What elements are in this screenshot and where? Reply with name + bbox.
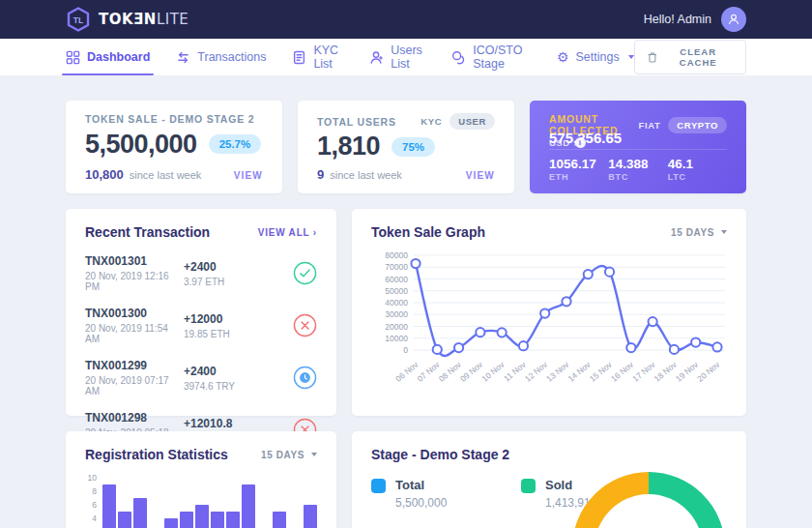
nav-tab-transactions[interactable]: Transactions [176, 39, 266, 75]
bar [180, 512, 193, 528]
svg-text:20 Nov: 20 Nov [695, 359, 722, 383]
transaction-row[interactable]: TNX001301 20 Nov, 2019 12:16 PM +2400 3.… [85, 254, 317, 292]
bar [118, 512, 131, 528]
recent-transactions-panel: Recent Transaction VIEW ALL › TNX001301 … [66, 209, 336, 416]
bar [133, 498, 147, 528]
svg-text:12 Nov: 12 Nov [523, 359, 550, 383]
range-label: 15 DAYS [671, 227, 714, 238]
txn-id: TNX001298 [85, 411, 184, 425]
svg-text:11 Nov: 11 Nov [502, 359, 528, 383]
percent-badge: 75% [392, 137, 435, 157]
svg-text:15 Nov: 15 Nov [588, 359, 615, 383]
nav-tab-ico-sto-stage[interactable]: ICO/STO Stage [451, 39, 531, 75]
txn-converted: 3974.6 TRY [184, 381, 284, 392]
nav-label: Transactions [197, 50, 266, 64]
total-users-value: 1,810 [317, 132, 380, 161]
nav-label: Dashboard [87, 50, 150, 64]
txn-amount: +12000 [184, 312, 284, 326]
svg-text:17 Nov: 17 Nov [630, 359, 657, 383]
gear-icon: ⚙ [557, 50, 569, 64]
svg-text:TL: TL [73, 15, 83, 25]
svg-text:40000: 40000 [385, 298, 408, 308]
bar [273, 512, 286, 528]
panel-title: Stage - Demo Stage 2 [371, 447, 509, 462]
total-users-card: TOTAL USERS KYC USER 1,810 75% 9 since l… [298, 101, 514, 193]
token-sale-card: TOKEN SALE - DEMO STAGE 2 5,500,000 25.7… [66, 101, 282, 193]
svg-text:0: 0 [403, 345, 408, 355]
bar [226, 512, 240, 528]
token-sale-line-chart: 0100002000030000400005000060000700008000… [371, 248, 727, 395]
svg-text:07 Nov: 07 Nov [416, 359, 443, 383]
txn-amount: +12010.8 [184, 417, 284, 430]
document-list-icon [292, 50, 306, 65]
svg-text:19 Nov: 19 Nov [674, 359, 701, 383]
svg-text:10000: 10000 [385, 334, 408, 343]
user-avatar[interactable] [721, 7, 746, 32]
view-link[interactable]: VIEW [466, 170, 495, 181]
card-label: TOKEN SALE - DEMO STAGE 2 [85, 113, 254, 125]
kyc-toggle[interactable]: KYC [420, 116, 442, 127]
txn-id: TNX001300 [85, 307, 184, 320]
txn-date: 20 Nov, 2019 12:16 PM [85, 271, 184, 292]
bar [211, 512, 224, 528]
coins-icon [451, 50, 466, 65]
svg-text:13 Nov: 13 Nov [544, 359, 571, 383]
nav-tab-dashboard[interactable]: Dashboard [66, 39, 150, 75]
chevron-down-icon [721, 230, 727, 234]
fiat-toggle[interactable]: FIAT [639, 120, 661, 131]
txn-amount: +2400 [184, 365, 284, 378]
txn-id: TNX001299 [85, 359, 184, 372]
app-logo[interactable]: TL TOKƎNLITE [66, 7, 188, 32]
txn-id: TNX001301 [85, 254, 184, 268]
view-all-link[interactable]: VIEW ALL › [258, 227, 317, 238]
svg-text:08 Nov: 08 Nov [437, 359, 464, 383]
transaction-row[interactable]: TNX001300 20 Nov, 2019 11:54 AM +12000 1… [85, 307, 317, 344]
clear-cache-label: CLEAR CACHE [663, 46, 733, 68]
delta-value: 9 [317, 167, 324, 182]
range-label: 15 DAYS [261, 450, 304, 460]
nav-tab-kyc-list[interactable]: KYC List [292, 39, 343, 75]
trash-icon [648, 51, 657, 64]
delta-caption: since last week [330, 169, 402, 181]
legend-item-total: Total 5,500,000 [371, 478, 521, 510]
delta-caption: since last week [130, 169, 202, 181]
range-dropdown[interactable]: 15 DAYS [261, 450, 317, 460]
svg-text:10 Nov: 10 Nov [479, 359, 507, 383]
svg-text:16 Nov: 16 Nov [609, 359, 636, 383]
svg-text:60000: 60000 [385, 275, 408, 284]
panel-title: Recent Transaction [85, 224, 210, 240]
clear-cache-button[interactable]: CLEAR CACHE [634, 40, 746, 74]
txn-converted: 19.85 ETH [184, 329, 284, 339]
percent-badge: 25.7% [209, 134, 262, 154]
usd-label: USD [549, 137, 570, 148]
ltc-amount: 46.1 LTC [668, 157, 727, 182]
nav-tab-settings[interactable]: ⚙ Settings [557, 39, 634, 75]
chevron-down-icon [628, 55, 634, 59]
nav-label: Settings [575, 50, 619, 64]
nav-tab-users-list[interactable]: Users List [369, 39, 425, 75]
bar [195, 505, 209, 528]
transaction-row[interactable]: TNX001299 20 Nov, 2019 07:17 AM +2400 39… [85, 359, 317, 396]
svg-text:70000: 70000 [385, 262, 408, 272]
check-circle-icon[interactable] [284, 261, 317, 285]
view-link[interactable]: VIEW [234, 170, 263, 181]
chevron-down-icon [311, 453, 317, 456]
user-toggle[interactable]: USER [450, 113, 495, 130]
svg-text:80000: 80000 [385, 250, 408, 260]
nav-label: Users List [391, 44, 425, 71]
range-dropdown[interactable]: 15 DAYS [671, 227, 727, 238]
registration-bar-chart: 108642 [85, 478, 317, 528]
legend-swatch [371, 479, 386, 493]
txn-date: 20 Nov, 2019 11:54 AM [85, 323, 184, 344]
panel-title: Registration Statistics [85, 447, 228, 462]
eth-amount: 1056.17 ETH [549, 157, 608, 182]
nav-label: KYC List [313, 44, 343, 71]
clock-circle-icon[interactable] [284, 366, 317, 390]
person-icon [727, 13, 740, 26]
svg-text:09 Nov: 09 Nov [458, 359, 485, 383]
x-circle-icon[interactable] [284, 313, 317, 337]
stage-donut-chart: 5,500,000 TLE [572, 472, 725, 528]
legend-swatch [521, 479, 536, 493]
info-icon[interactable]: i [575, 137, 586, 148]
transfer-arrows-icon [176, 50, 190, 65]
